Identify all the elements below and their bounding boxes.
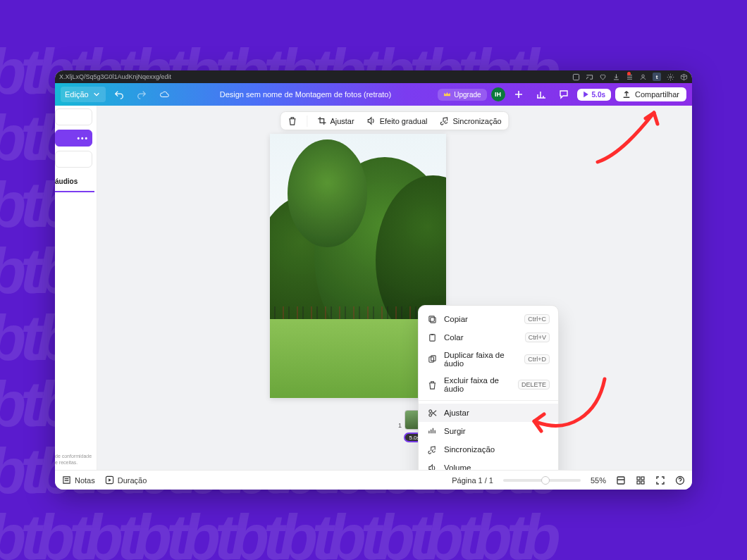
audio-bars-icon xyxy=(427,426,437,436)
app-body: ••• áudios de conformidade e receitas. xyxy=(55,106,692,470)
ctx-paste[interactable]: Colar Ctrl+V xyxy=(419,328,558,347)
play-duration-label: 5.0s xyxy=(592,91,605,99)
scene-trees xyxy=(270,139,446,319)
ctx-duplicate[interactable]: Duplicar faixa de áudio Ctrl+D xyxy=(419,347,558,372)
toolbar-adjust-button[interactable]: Ajustar xyxy=(314,115,357,127)
audio-toolbar: Ajustar Efeito gradual Sincronização xyxy=(280,111,509,130)
user-avatar[interactable]: IH xyxy=(491,87,505,101)
zoom-slider[interactable] xyxy=(503,479,581,482)
duration-button[interactable]: Duração xyxy=(105,475,147,485)
undo-button[interactable] xyxy=(110,87,128,102)
cast-icon[interactable] xyxy=(586,73,593,81)
help-icon xyxy=(675,475,685,485)
extension-icon[interactable] xyxy=(572,73,580,81)
duration-label: Duração xyxy=(118,476,147,485)
app-header: Edição Design sem nome de Montagem de fo… xyxy=(55,83,692,106)
redo-button[interactable] xyxy=(132,87,151,102)
crop-icon xyxy=(317,116,326,125)
play-box-icon xyxy=(105,475,114,485)
trash-icon xyxy=(288,116,297,125)
side-panel: ••• áudios de conformidade e receitas. xyxy=(55,106,97,470)
gear-icon[interactable] xyxy=(667,73,674,81)
app-window: X.XljLxQ/Sq5g3G0l1AudKnjNqexxg/edit t Ed… xyxy=(55,70,692,490)
play-icon xyxy=(583,91,589,98)
notification-dot-icon xyxy=(627,72,631,75)
plus-icon xyxy=(514,89,524,99)
ctx-surgir-label: Surgir xyxy=(444,427,466,435)
ctx-separator xyxy=(419,400,558,401)
toolbar-sync-button[interactable]: Sincronização xyxy=(438,115,505,127)
design-title[interactable]: Design sem nome de Montagem de fotos (re… xyxy=(178,90,434,99)
browser-tab-bar: X.XljLxQ/Sq5g3G0l1AudKnjNqexxg/edit t xyxy=(55,70,692,83)
svg-point-1 xyxy=(642,75,644,77)
ext-t-icon[interactable]: t xyxy=(653,73,661,81)
zoom-slider-knob[interactable] xyxy=(541,476,550,485)
dots-horizontal-icon: ••• xyxy=(77,135,89,142)
page-indicator: Página 1 / 1 xyxy=(452,476,493,485)
trash-outline-icon xyxy=(427,380,437,390)
ctx-copy[interactable]: Copiar Ctrl+C xyxy=(419,310,558,328)
upgrade-button[interactable]: Upgrade xyxy=(438,89,486,101)
toolbar-adjust-label: Ajustar xyxy=(330,117,354,125)
panel-footer-line2: e receitas. xyxy=(55,460,92,466)
panel-chip-3[interactable] xyxy=(55,151,92,168)
chevron-down-icon xyxy=(92,89,101,99)
svg-rect-3 xyxy=(430,317,435,322)
svg-point-9 xyxy=(428,409,431,412)
toolbar-gradual-button[interactable]: Efeito gradual xyxy=(364,115,431,127)
view-grid-icon xyxy=(636,475,646,485)
user-outline-icon[interactable] xyxy=(639,73,647,81)
ctx-duplicate-kbd: Ctrl+D xyxy=(524,354,550,364)
chart-bar-icon xyxy=(536,89,546,99)
svg-rect-13 xyxy=(637,477,640,480)
toolbar-gradual-label: Efeito gradual xyxy=(380,117,428,125)
cloud-sync-button[interactable] xyxy=(155,87,173,102)
view-pages-button[interactable] xyxy=(616,475,626,485)
toolbar-delete-button[interactable] xyxy=(285,115,300,127)
download-icon[interactable] xyxy=(612,73,620,81)
share-button[interactable]: Compartilhar xyxy=(615,87,686,101)
svg-rect-6 xyxy=(431,333,433,335)
add-button[interactable] xyxy=(510,87,528,102)
panel-chip-active[interactable]: ••• xyxy=(55,130,92,147)
play-duration-button[interactable]: 5.0s xyxy=(577,89,611,101)
notes-button[interactable]: Notas xyxy=(62,475,95,485)
music-note-small-icon xyxy=(427,444,437,454)
undo-icon xyxy=(114,89,124,99)
browser-url: X.XljLxQ/Sq5g3G0l1AudKnjNqexxg/edit xyxy=(59,73,568,80)
ctx-surgir[interactable]: Surgir xyxy=(419,422,558,440)
copy-icon xyxy=(427,314,437,324)
view-pages-icon xyxy=(616,475,626,485)
upgrade-label: Upgrade xyxy=(454,91,481,99)
fullscreen-icon xyxy=(655,475,665,485)
svg-point-2 xyxy=(669,76,672,78)
edit-menu-label: Edição xyxy=(65,90,89,99)
page-background: tbtbtbtbtbtbtbtbtbtbtbtb tbtbtbtbtbtbtbt… xyxy=(0,0,747,560)
zoom-percent: 55% xyxy=(591,476,606,485)
panel-chip-1[interactable] xyxy=(55,108,92,125)
ctx-paste-kbd: Ctrl+V xyxy=(525,332,550,342)
bottom-bar: Notas Duração Página 1 / 1 55% xyxy=(55,470,692,490)
comments-button[interactable] xyxy=(555,87,573,102)
panel-footer-text: de conformidade e receitas. xyxy=(55,454,92,470)
svg-rect-15 xyxy=(637,481,640,484)
help-button[interactable] xyxy=(675,475,685,485)
fullscreen-button[interactable] xyxy=(655,475,665,485)
ctx-sync[interactable]: Sincronização xyxy=(419,440,558,459)
heart-outline-icon[interactable] xyxy=(599,73,607,81)
ctx-adjust[interactable]: Ajustar xyxy=(419,404,558,422)
view-grid-button[interactable] xyxy=(636,475,646,485)
ctx-delete[interactable]: Excluir faixa de áudio DELETE xyxy=(419,372,558,397)
canvas-area[interactable]: Ajustar Efeito gradual Sincronização xyxy=(97,106,692,470)
cube-icon[interactable] xyxy=(680,73,688,81)
ctx-volume[interactable]: Volume xyxy=(419,459,558,470)
panel-tab-underline xyxy=(55,191,94,192)
ctx-paste-label: Colar xyxy=(444,333,463,342)
ctx-adjust-label: Ajustar xyxy=(444,409,469,417)
svg-rect-16 xyxy=(641,481,644,484)
edit-menu-button[interactable]: Edição xyxy=(61,87,106,102)
svg-rect-5 xyxy=(429,334,434,340)
analytics-button[interactable] xyxy=(532,87,550,102)
ctx-delete-label: Excluir faixa de áudio xyxy=(444,376,511,393)
panel-tab-audios[interactable]: áudios xyxy=(55,178,92,185)
